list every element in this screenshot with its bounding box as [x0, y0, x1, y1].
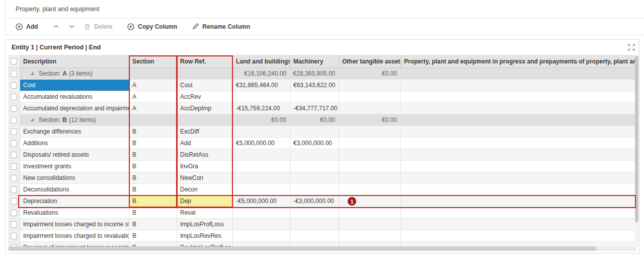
- value-cell[interactable]: €0.00: [339, 68, 401, 79]
- description-cell[interactable]: Disposals/ retired assets: [20, 149, 129, 160]
- table-row[interactable]: Accumulated revaluationsAAccRev: [8, 91, 637, 103]
- description-cell[interactable]: Revaluations: [20, 207, 129, 218]
- value-cell[interactable]: [290, 126, 339, 137]
- section-cell[interactable]: B: [129, 172, 177, 183]
- table-row[interactable]: Exchange differencesBExcDiff: [8, 126, 637, 138]
- add-button[interactable]: Add: [16, 23, 38, 30]
- description-cell[interactable]: Accumulated depreciation and impairmen: [20, 103, 129, 114]
- value-cell[interactable]: [339, 161, 401, 172]
- description-cell[interactable]: Additions: [20, 138, 129, 149]
- row-checkbox[interactable]: [11, 117, 17, 123]
- value-cell[interactable]: €63,143,622.00: [290, 80, 339, 91]
- row-ref-cell[interactable]: ExcDiff: [177, 126, 233, 137]
- rename-column-button[interactable]: Rename Column: [192, 23, 250, 30]
- value-cell[interactable]: [339, 184, 401, 195]
- value-cell[interactable]: [339, 230, 401, 241]
- row-checkbox[interactable]: [11, 163, 17, 170]
- value-cell[interactable]: [233, 219, 290, 230]
- value-cell[interactable]: [233, 161, 290, 172]
- value-cell[interactable]: €0.00: [339, 114, 401, 125]
- value-cell[interactable]: [290, 91, 339, 102]
- group-collapse-icon[interactable]: [30, 72, 34, 75]
- row-checkbox[interactable]: [11, 186, 17, 193]
- description-cell[interactable]: Cost: [20, 80, 129, 91]
- value-cell[interactable]: [339, 242, 401, 246]
- table-row[interactable]: Reversal of impairment losses recognized…: [8, 242, 637, 246]
- row-checkbox[interactable]: [11, 152, 17, 158]
- description-cell[interactable]: New consolidations: [20, 172, 129, 183]
- section-cell[interactable]: B: [129, 219, 177, 230]
- vertical-scrollbar[interactable]: [635, 55, 638, 246]
- value-cell[interactable]: [401, 114, 637, 125]
- value-cell[interactable]: [339, 126, 401, 137]
- value-cell[interactable]: [233, 184, 290, 195]
- row-checkbox[interactable]: [11, 105, 17, 112]
- value-cell[interactable]: [401, 207, 637, 218]
- value-cell[interactable]: [290, 242, 339, 246]
- horizontal-scrollbar-thumb[interactable]: [8, 246, 597, 251]
- section-cell[interactable]: B: [129, 207, 177, 218]
- value-cell[interactable]: [290, 230, 339, 241]
- row-ref-cell[interactable]: [177, 68, 233, 79]
- value-cell[interactable]: €16,106,240.00: [233, 68, 290, 79]
- value-cell[interactable]: [233, 172, 290, 183]
- value-cell[interactable]: [401, 80, 637, 91]
- description-cell[interactable]: Reversal of impairment losses recognized: [20, 242, 129, 246]
- description-cell[interactable]: Exchange differences: [20, 126, 129, 137]
- description-cell[interactable]: Impairment losses charged to income stat: [20, 219, 129, 230]
- row-checkbox[interactable]: [11, 140, 17, 147]
- column-header-other-tangible-assets[interactable]: Other tangible assets: [339, 55, 401, 68]
- column-header-ppe-in-progress[interactable]: Property, plant and equipment in progres…: [401, 55, 637, 68]
- value-cell[interactable]: [339, 138, 401, 149]
- select-all-checkbox[interactable]: [11, 58, 17, 64]
- row-checkbox[interactable]: [11, 233, 17, 239]
- value-cell[interactable]: [290, 184, 339, 195]
- value-cell[interactable]: [233, 230, 290, 241]
- description-cell[interactable]: Section:A(3 items): [20, 68, 129, 79]
- value-cell[interactable]: €0.00: [233, 114, 290, 125]
- table-row[interactable]: Disposals/ retired assetsBDisRetAss: [8, 149, 637, 161]
- value-cell[interactable]: [233, 149, 290, 160]
- value-cell[interactable]: -€34,777,717.00: [290, 103, 339, 114]
- section-cell[interactable]: A: [129, 91, 177, 102]
- section-cell[interactable]: B: [129, 138, 177, 149]
- fullscreen-icon[interactable]: [628, 44, 635, 51]
- value-cell[interactable]: [339, 196, 401, 207]
- row-checkbox[interactable]: [11, 71, 17, 77]
- section-cell[interactable]: B: [129, 149, 177, 160]
- value-cell[interactable]: [339, 207, 401, 218]
- table-row[interactable]: Accumulated depreciation and impairmenAA…: [8, 103, 637, 114]
- row-ref-cell[interactable]: AccRev: [177, 91, 233, 102]
- value-cell[interactable]: [339, 219, 401, 230]
- row-ref-cell[interactable]: [177, 114, 233, 125]
- row-ref-cell[interactable]: Decon: [177, 184, 233, 195]
- row-ref-cell[interactable]: Reval: [177, 207, 233, 218]
- move-up-button[interactable]: [53, 24, 59, 29]
- row-ref-cell[interactable]: ImpLosRevRes: [177, 230, 233, 241]
- row-ref-cell[interactable]: AccDepImp: [177, 103, 233, 114]
- value-cell[interactable]: [290, 161, 339, 172]
- row-checkbox[interactable]: [11, 128, 17, 135]
- value-cell[interactable]: [233, 126, 290, 137]
- column-header-machinery[interactable]: Machinery: [290, 55, 339, 68]
- row-ref-cell[interactable]: InvGra: [177, 161, 233, 172]
- row-ref-cell[interactable]: RevImpLosProfLoss: [177, 242, 233, 246]
- description-cell[interactable]: Investment grants: [20, 161, 129, 172]
- section-cell[interactable]: [129, 114, 177, 125]
- table-row[interactable]: RevaluationsBReval: [8, 207, 637, 219]
- value-cell[interactable]: [401, 91, 637, 102]
- value-cell[interactable]: [401, 138, 637, 149]
- value-cell[interactable]: €5,000,000.00: [233, 138, 290, 149]
- column-header-land-and-buildings[interactable]: Land and buildings: [233, 55, 290, 68]
- row-checkbox[interactable]: [11, 198, 17, 205]
- section-cell[interactable]: B: [129, 161, 177, 172]
- row-ref-cell[interactable]: DisRetAss: [177, 149, 233, 160]
- group-row[interactable]: Section:B(12 items)€0.00€0.00€0.00: [8, 114, 637, 126]
- value-cell[interactable]: -€5,000,000.00: [233, 196, 290, 207]
- section-cell[interactable]: A: [129, 103, 177, 114]
- value-cell[interactable]: [401, 219, 637, 230]
- description-cell[interactable]: Depreciation: [20, 196, 129, 207]
- section-cell[interactable]: A: [129, 80, 177, 91]
- table-row[interactable]: New consolidationsBNewCon: [8, 172, 637, 184]
- copy-column-button[interactable]: Copy Column: [127, 23, 177, 30]
